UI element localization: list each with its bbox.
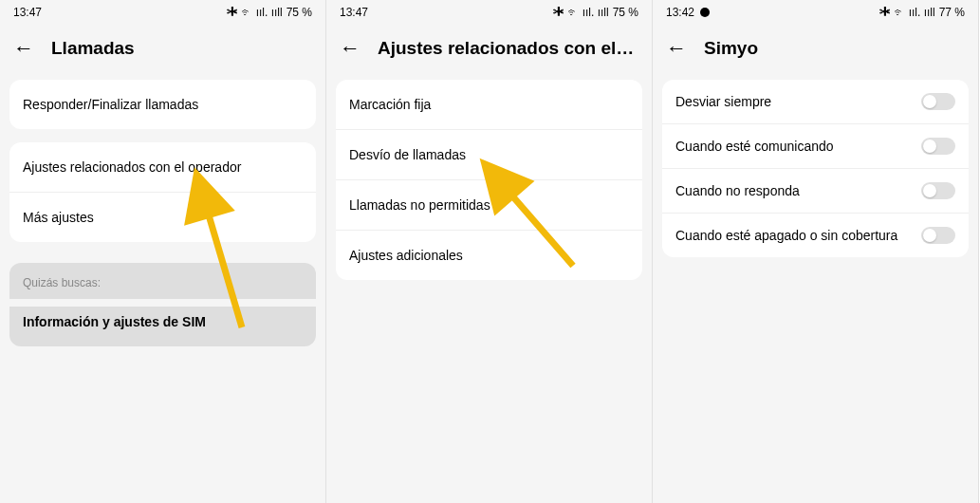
status-icons: ✱ ᯤ ııl. ııll [553,6,609,19]
row-label: Marcación fija [349,97,431,112]
status-icons: ✱ ᯤ ııl. ııll [227,6,283,19]
statusbar: 13:47 ✱ ᯤ ııl. ııll 75 % [326,0,652,25]
hint-item-sim[interactable]: Información y ajustes de SIM [9,307,316,346]
row-cuando-no-responda[interactable]: Cuando no responda [662,168,969,213]
status-battery: 77 % [939,6,965,19]
card-group-1: Marcación fija Desvío de llamadas Llamad… [336,80,642,280]
back-icon[interactable]: ← [666,38,687,59]
statusbar: 13:47 ✱ ᯤ ııl. ııll 75 % [0,0,325,25]
row-label: Cuando esté apagado o sin cobertura [675,228,897,243]
row-ajustes-operador[interactable]: Ajustes relacionados con el operador [9,142,316,192]
row-responder-finalizar[interactable]: Responder/Finalizar llamadas [9,80,316,129]
row-label: Más ajustes [23,210,94,225]
status-battery: 75 % [287,6,312,19]
row-apagado-sin-cobertura[interactable]: Cuando esté apagado o sin cobertura [662,213,969,257]
row-label: Responder/Finalizar llamadas [23,97,198,112]
toggle-desviar-siempre[interactable] [921,93,955,110]
card-group-2: Ajustes relacionados con el operador Más… [9,142,316,242]
row-label: Cuando esté comunicando [675,139,834,154]
row-marcacion-fija[interactable]: Marcación fija [336,80,642,129]
status-icons: ✱ ᯤ ııl. ııll [879,6,935,19]
back-icon[interactable]: ← [13,38,34,59]
row-cuando-comunicando[interactable]: Cuando esté comunicando [662,123,969,168]
row-llamadas-no-permitidas[interactable]: Llamadas no permitidas [336,179,642,230]
status-battery: 75 % [613,6,638,19]
toggle-cuando-comunicando[interactable] [921,138,955,155]
row-label: Desviar siempre [675,94,771,109]
card-toggles: Desviar siempre Cuando esté comunicando … [662,80,969,257]
panel-simyo: 13:42 ✱ ᯤ ııl. ııll 77 % ← Simyo Desviar… [653,0,979,503]
panel-ajustes-operador: 13:47 ✱ ᯤ ııl. ııll 75 % ← Ajustes relac… [326,0,653,503]
header: ← Llamadas [0,25,325,80]
row-label: Ajustes adicionales [349,248,463,263]
status-dot-icon [700,8,710,17]
status-time: 13:47 [13,6,42,19]
row-label: Desvío de llamadas [349,147,466,162]
statusbar: 13:42 ✱ ᯤ ııl. ııll 77 % [653,0,978,25]
panel-llamadas: 13:47 ✱ ᯤ ııl. ııll 75 % ← Llamadas Resp… [0,0,326,503]
status-time: 13:42 [666,6,694,19]
back-icon[interactable]: ← [340,38,361,59]
hint-item-label: Información y ajustes de SIM [23,314,206,329]
toggle-apagado-sin-cobertura[interactable] [921,227,955,244]
page-title: Simyo [704,38,758,59]
row-desvio-llamadas[interactable]: Desvío de llamadas [336,129,642,179]
header: ← Simyo [653,25,978,80]
search-hint-label: Quizás buscas: [9,263,316,299]
row-label: Ajustes relacionados con el operador [23,159,241,175]
page-title: Ajustes relacionados con el operad… [378,38,638,59]
status-time: 13:47 [340,6,368,19]
row-label: Cuando no responda [675,183,800,198]
row-label: Llamadas no permitidas [349,197,490,213]
header: ← Ajustes relacionados con el operad… [326,25,652,80]
row-mas-ajustes[interactable]: Más ajustes [9,192,316,242]
page-title: Llamadas [51,38,135,59]
row-desviar-siempre[interactable]: Desviar siempre [662,80,969,123]
card-group-1: Responder/Finalizar llamadas [9,80,316,129]
toggle-cuando-no-responda[interactable] [921,182,955,199]
row-ajustes-adicionales[interactable]: Ajustes adicionales [336,230,642,280]
